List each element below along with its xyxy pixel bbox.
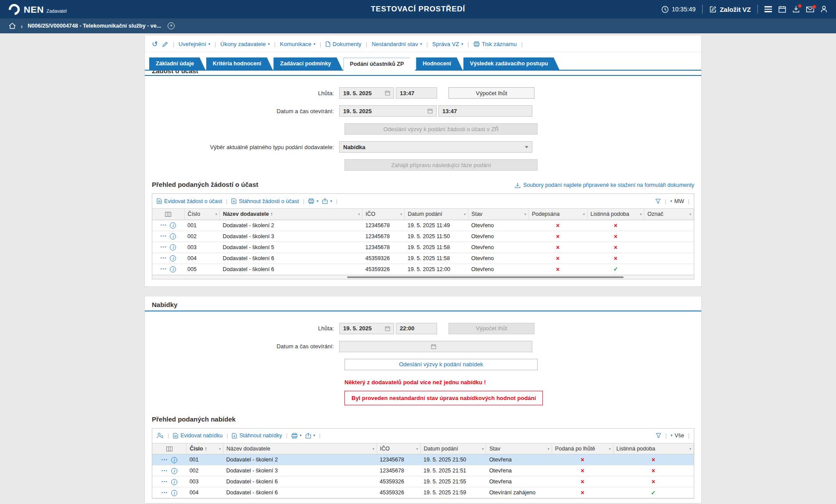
export-grid-button[interactable]: ▾ [322, 198, 332, 204]
breadcrumb-current[interactable]: N006/25/V00004748 - Telekomunikační služ… [28, 23, 161, 29]
column-filter-icon[interactable]: ▾ [689, 447, 691, 451]
nen-logo[interactable]: NEN Zadavatel [9, 4, 67, 15]
column-header-cislo[interactable]: Číslo▾ [184, 209, 219, 220]
row-info-icon[interactable]: i [170, 244, 176, 250]
column-header-datum-podani[interactable]: Datum podání▾ [405, 209, 468, 220]
column-header-ico[interactable]: IČO▾ [362, 209, 405, 220]
toolbar-item-uverejneni[interactable]: Uveřejnění▾ [179, 41, 210, 47]
calendar-icon[interactable] [779, 6, 786, 13]
offers-deadline-time-input[interactable]: 22:00 [396, 323, 437, 334]
tab-hodnoceni[interactable]: Hodnocení [416, 57, 463, 70]
download-requests-link[interactable]: Stáhnout žádosti o účast [231, 198, 299, 204]
column-header-datum-podani[interactable]: Datum podání▾ [420, 443, 486, 454]
export-grid-button[interactable]: ▾ [305, 433, 315, 439]
row-info-icon[interactable]: i [170, 222, 176, 229]
grid-view-selector[interactable]: ▾ Vše [671, 433, 684, 439]
table-row[interactable]: •••i003Dodavatel - školení 51234567819. … [152, 242, 694, 253]
row-menu-icon[interactable]: ••• [161, 267, 167, 271]
deadline-date-input[interactable]: 19. 5. 2025 [339, 87, 394, 99]
column-header-listinna-podoba[interactable]: Listinná podoba▾ [587, 209, 644, 220]
toolbar-item-tisk-zaznamu[interactable]: Tisk záznamu [474, 41, 517, 47]
column-filter-icon[interactable]: ▾ [524, 212, 526, 216]
tab-kriteria-hodnoceni[interactable]: Kritéria hodnocení [206, 57, 273, 70]
calendar-small-icon[interactable] [427, 108, 433, 114]
register-offer-link[interactable]: Evidovat nabídku [173, 433, 222, 439]
row-menu-icon[interactable]: ••• [161, 245, 167, 249]
calendar-small-icon[interactable] [385, 326, 390, 331]
grid-settings-header[interactable] [152, 209, 184, 220]
download-offers-link[interactable]: Stáhnout nabídky [232, 433, 282, 439]
column-filter-icon[interactable]: ▾ [219, 447, 221, 451]
tab-zadavaci-podminky[interactable]: Zadávací podmínky [273, 57, 342, 70]
tab-vysledek-zadavaciho-postupu[interactable]: Výsledek zadávacího postupu [463, 57, 560, 70]
filter-icon[interactable] [655, 199, 661, 204]
home-icon[interactable] [9, 23, 16, 29]
calendar-small-icon[interactable] [431, 344, 436, 349]
column-filter-icon[interactable]: ▾ [416, 447, 418, 451]
column-header-cislo[interactable]: Číslo↑▾ [187, 443, 223, 454]
column-filter-icon[interactable]: ▾ [583, 212, 585, 216]
grid-settings-header[interactable] [152, 443, 187, 454]
opening-date-input[interactable]: 19. 5. 2025 [339, 105, 437, 117]
column-header-oznac[interactable]: Označ▾ [644, 209, 694, 220]
row-info-icon[interactable]: i [171, 457, 177, 463]
table-row[interactable]: •••i001Dodavatel - školení 21234567819. … [152, 220, 694, 231]
start-next-phase-button[interactable]: Zahájit přípravu následující fáze podání [344, 159, 538, 171]
column-filter-icon[interactable]: ▾ [640, 212, 642, 216]
deadline-time-input[interactable]: 13:47 [396, 87, 437, 99]
offers-opening-input[interactable] [339, 341, 532, 352]
user-profile-icon[interactable] [821, 6, 827, 13]
table-row[interactable]: •••i003Dodavatel - školení 64535932619. … [152, 476, 694, 487]
toolbar-item-nestandardni-stav[interactable]: Nestandardní stav▾ [372, 41, 422, 47]
table-row[interactable]: •••i001Dodavatel - školení 21234567819. … [152, 454, 694, 465]
column-filter-icon[interactable]: ▾ [482, 447, 484, 451]
grid-settings-icon[interactable] [165, 211, 171, 217]
toolbar-item-dokumenty[interactable]: Dokumenty [326, 41, 362, 47]
column-filter-icon[interactable]: ▾ [215, 212, 217, 216]
row-info-icon[interactable]: i [171, 479, 177, 485]
downloads-icon[interactable] [793, 6, 800, 13]
toolbar-item-sprava-vz[interactable]: Správa VZ▾ [432, 41, 463, 47]
table-row[interactable]: •••i004Dodavatel - školení 64535932619. … [152, 487, 694, 498]
calendar-small-icon[interactable] [385, 90, 390, 96]
filter-icon[interactable] [656, 433, 661, 438]
table-row[interactable]: •••i002Dodavatel - školení 31234567819. … [152, 465, 694, 476]
offers-deadline-date-input[interactable]: 19. 5. 2025 [339, 323, 394, 334]
offers-calc-deadlines-button[interactable]: Výpočet lhůt [448, 323, 535, 334]
column-filter-icon[interactable]: ▾ [689, 212, 691, 216]
files-ready-link[interactable]: Soubory podání najdete připravené ke sta… [515, 182, 694, 188]
column-header-podana-po-lhute[interactable]: Podaná po lhůtě▾ [552, 443, 613, 454]
column-header-nazev-dodavatele[interactable]: Název dodavatele▾ [223, 443, 377, 454]
messages-icon[interactable] [806, 7, 814, 12]
column-filter-icon[interactable]: ▾ [373, 447, 374, 451]
column-header-stav[interactable]: Stav▾ [486, 443, 552, 454]
row-menu-icon[interactable]: ••• [161, 458, 168, 461]
opening-time-input[interactable]: 13:47 [438, 105, 532, 117]
print-grid-button[interactable]: ▾ [291, 433, 301, 439]
table-row[interactable]: •••i002Dodavatel - školení 31234567819. … [152, 231, 694, 242]
send-invitation-button[interactable]: Odeslání výzvy k podání žádosti o účast … [344, 123, 538, 135]
scrollbar-thumb[interactable] [347, 276, 623, 278]
column-filter-icon[interactable]: ▾ [400, 212, 402, 216]
edit-pencil-icon[interactable] [162, 41, 168, 47]
register-request-link[interactable]: Evidovat žádost o účast [157, 198, 222, 204]
column-filter-icon[interactable]: ▾ [464, 212, 466, 216]
row-menu-icon[interactable]: ••• [161, 256, 167, 260]
toolbar-item-ukony-zadavatele[interactable]: Úkony zadavatele▾ [220, 41, 269, 47]
column-filter-icon[interactable]: ▾ [358, 212, 360, 216]
grid-settings-icon[interactable] [166, 446, 172, 452]
tab-podani-ucastniku-zp[interactable]: Podání účastníků ZP [343, 57, 415, 71]
column-header-nazev-dodavatele[interactable]: Název dodavatele↑▾ [219, 209, 362, 220]
row-menu-icon[interactable]: ••• [161, 223, 167, 227]
toolbar-item-komunikace[interactable]: Komunikace▾ [280, 41, 316, 47]
send-offers-invitation-button[interactable]: Odeslání výzvy k podání nabídek [344, 359, 538, 370]
tab-zakladni-udaje[interactable]: Základní údaje [149, 57, 205, 70]
row-menu-icon[interactable]: ••• [161, 234, 167, 238]
grid-view-selector[interactable]: ▾ MW [671, 198, 684, 204]
submission-type-select[interactable]: Nabídka [339, 141, 532, 153]
column-filter-icon[interactable]: ▾ [609, 447, 611, 451]
column-header-stav[interactable]: Stav▾ [468, 209, 529, 220]
history-icon[interactable]: ↺ [152, 41, 158, 47]
calc-deadlines-button[interactable]: Výpočet lhůt [448, 87, 535, 99]
find-supplier-icon[interactable] [157, 433, 164, 439]
